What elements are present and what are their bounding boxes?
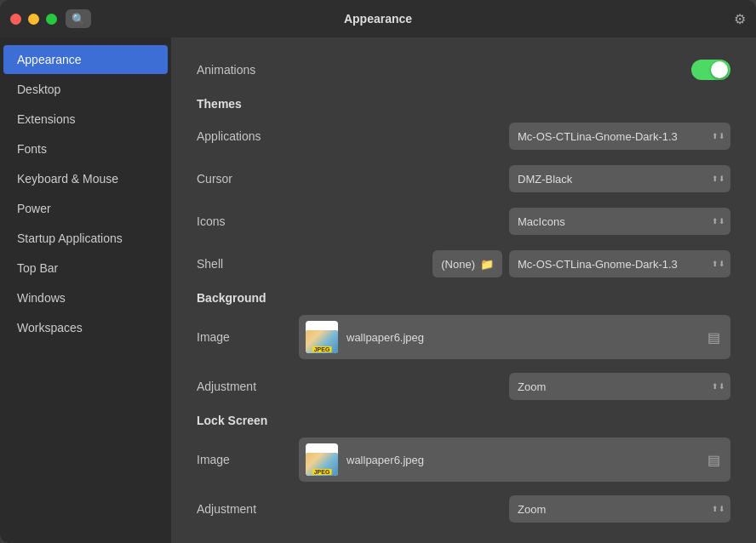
applications-dropdown[interactable]: Mc-OS-CTLina-Gnome-Dark-1.3 xyxy=(509,123,730,150)
shell-none-label: (None) xyxy=(441,258,475,271)
shell-dropdown[interactable]: Mc-OS-CTLina-Gnome-Dark-1.3 xyxy=(509,250,730,277)
lock-adjustment-dropdown[interactable]: Zoom Centered Scaled Stretched Spanned xyxy=(509,495,730,523)
cursor-row: Cursor DMZ-Black xyxy=(197,163,730,194)
bg-adjustment-control: Zoom Centered Scaled Stretched Spanned xyxy=(299,373,730,400)
lock-jpeg-icon: JPEG xyxy=(306,443,338,476)
sidebar-item-workspaces[interactable]: Workspaces xyxy=(3,313,168,342)
minimize-button[interactable] xyxy=(28,14,39,25)
lock-adjustment-row: Adjustment Zoom Centered Scaled Stretche… xyxy=(197,494,730,524)
folder-icon: 📁 xyxy=(480,258,494,271)
lock-image-folder-button[interactable]: ▤ xyxy=(704,449,724,472)
lock-image-row: Image JPEG wallpaper6.jpeg ▤ xyxy=(197,437,730,482)
sidebar-item-extensions[interactable]: Extensions xyxy=(3,105,168,134)
cursor-control: DMZ-Black xyxy=(299,165,730,192)
background-section-label: Background xyxy=(197,291,730,305)
icons-dropdown[interactable]: MacIcons xyxy=(509,208,730,235)
shell-none-button[interactable]: (None) 📁 xyxy=(432,250,502,277)
shell-row: Shell (None) 📁 Mc-OS-CTLina-Gnome-Dark-1… xyxy=(197,249,730,279)
content-area: Appearance Desktop Extensions Fonts Keyb… xyxy=(0,37,756,543)
lock-adjustment-label: Adjustment xyxy=(197,502,299,516)
bg-image-picker[interactable]: JPEG wallpaper6.jpeg ▤ xyxy=(299,315,730,359)
lock-image-picker[interactable]: JPEG wallpaper6.jpeg ▤ xyxy=(299,437,730,482)
maximize-button[interactable] xyxy=(46,14,57,25)
bg-image-row: Image JPEG wallpaper6.jpeg ▤ xyxy=(197,315,730,359)
lock-image-filename: wallpaper6.jpeg xyxy=(346,454,696,466)
bg-image-label: Image xyxy=(197,330,299,344)
sidebar-item-keyboard-mouse[interactable]: Keyboard & Mouse xyxy=(3,164,168,193)
sidebar-item-windows[interactable]: Windows xyxy=(3,283,168,312)
icons-row: Icons MacIcons xyxy=(197,206,730,237)
lock-jpeg-label: JPEG xyxy=(312,469,332,475)
titlebar: 🔍 Appearance ⚙ xyxy=(0,0,756,37)
icons-label: Icons xyxy=(197,214,299,228)
applications-row: Applications Mc-OS-CTLina-Gnome-Dark-1.3 xyxy=(197,121,730,151)
shell-control: (None) 📁 Mc-OS-CTLina-Gnome-Dark-1.3 xyxy=(299,250,730,277)
sidebar-item-desktop[interactable]: Desktop xyxy=(3,75,168,104)
shell-dropdown-wrapper: Mc-OS-CTLina-Gnome-Dark-1.3 xyxy=(509,250,730,277)
applications-control: Mc-OS-CTLina-Gnome-Dark-1.3 xyxy=(299,123,730,150)
applications-label: Applications xyxy=(197,129,299,143)
search-icon: 🔍 xyxy=(72,13,85,26)
main-panel: Animations Themes Applications Mc-OS-CTL… xyxy=(171,37,756,543)
bg-adjustment-label: Adjustment xyxy=(197,380,299,393)
sidebar: Appearance Desktop Extensions Fonts Keyb… xyxy=(0,37,171,543)
shell-input-group: (None) 📁 Mc-OS-CTLina-Gnome-Dark-1.3 xyxy=(432,250,730,277)
bg-adjustment-dropdown-wrapper: Zoom Centered Scaled Stretched Spanned xyxy=(509,373,730,400)
animations-control xyxy=(299,60,730,80)
bg-image-control: JPEG wallpaper6.jpeg ▤ xyxy=(299,315,730,359)
traffic-lights xyxy=(10,14,57,25)
search-button[interactable]: 🔍 xyxy=(66,9,91,28)
bg-jpeg-label: JPEG xyxy=(312,346,332,352)
bg-adjustment-dropdown[interactable]: Zoom Centered Scaled Stretched Spanned xyxy=(509,373,730,400)
lock-image-control: JPEG wallpaper6.jpeg ▤ xyxy=(299,437,730,482)
shell-label: Shell xyxy=(197,257,299,271)
cursor-dropdown[interactable]: DMZ-Black xyxy=(509,165,730,192)
gear-icon[interactable]: ⚙ xyxy=(734,11,746,27)
bg-jpeg-icon: JPEG xyxy=(306,321,338,353)
bg-image-folder-button[interactable]: ▤ xyxy=(704,326,724,349)
icons-control: MacIcons xyxy=(299,208,730,235)
sidebar-item-top-bar[interactable]: Top Bar xyxy=(3,254,168,283)
applications-dropdown-wrapper: Mc-OS-CTLina-Gnome-Dark-1.3 xyxy=(509,123,730,150)
themes-section-label: Themes xyxy=(197,97,730,111)
sidebar-item-startup-applications[interactable]: Startup Applications xyxy=(3,224,168,253)
window-title: Appearance xyxy=(344,12,412,26)
main-window: 🔍 Appearance ⚙ Appearance Desktop Extens… xyxy=(0,0,756,543)
lock-adjustment-dropdown-wrapper: Zoom Centered Scaled Stretched Spanned xyxy=(509,495,730,523)
lock-image-label: Image xyxy=(197,453,299,466)
animations-label: Animations xyxy=(197,63,299,77)
bg-adjustment-row: Adjustment Zoom Centered Scaled Stretche… xyxy=(197,371,730,402)
icons-dropdown-wrapper: MacIcons xyxy=(509,208,730,235)
cursor-label: Cursor xyxy=(197,172,299,186)
animations-toggle[interactable] xyxy=(691,60,730,80)
sidebar-item-power[interactable]: Power xyxy=(3,194,168,223)
sidebar-item-fonts[interactable]: Fonts xyxy=(3,134,168,163)
animations-row: Animations xyxy=(197,54,730,85)
cursor-dropdown-wrapper: DMZ-Black xyxy=(509,165,730,192)
sidebar-item-appearance[interactable]: Appearance xyxy=(3,45,168,74)
bg-image-filename: wallpaper6.jpeg xyxy=(346,331,696,344)
lock-adjustment-control: Zoom Centered Scaled Stretched Spanned xyxy=(299,495,730,523)
close-button[interactable] xyxy=(10,14,21,25)
lock-screen-section-label: Lock Screen xyxy=(197,414,730,427)
